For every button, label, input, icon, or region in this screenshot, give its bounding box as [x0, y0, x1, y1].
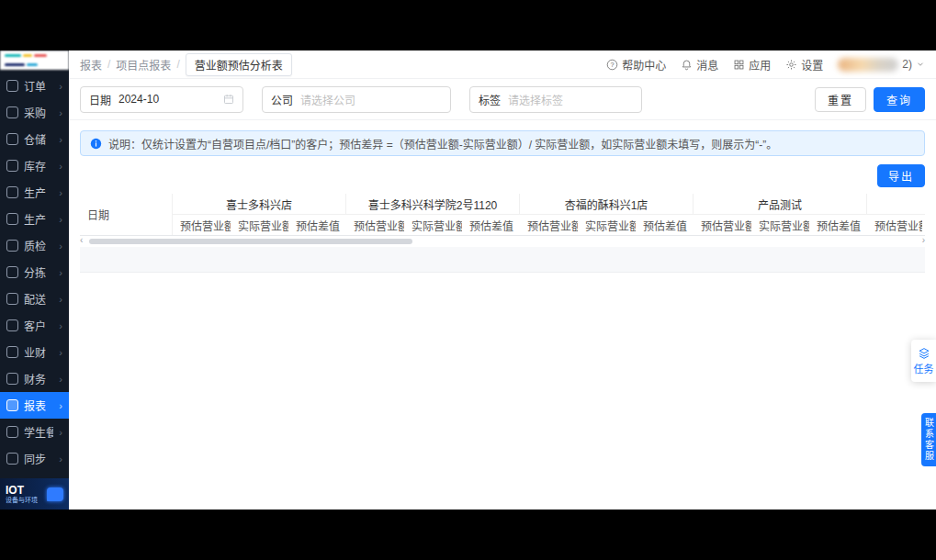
group-header-partial: [867, 194, 922, 214]
scroll-left-icon[interactable]: ‹: [80, 235, 83, 245]
sidebar-item-财务[interactable]: 财务›: [0, 365, 69, 392]
scroll-right-icon[interactable]: ›: [922, 235, 925, 245]
student-meal-icon: [6, 426, 18, 438]
sidebar-item-生产[interactable]: 生产›: [0, 206, 69, 232]
business-finance-icon: [6, 346, 18, 358]
sub-header: 预估差值: [636, 215, 694, 235]
action-应用[interactable]: 应用: [733, 57, 771, 73]
sidebar-item-订单[interactable]: 订单›: [0, 73, 69, 99]
task-fab-label: 任务: [914, 361, 934, 375]
action-label: 帮助中心: [622, 57, 666, 73]
contact-fab-label: 联系客服: [922, 418, 936, 462]
customer-icon: [6, 319, 18, 331]
sub-header: 预估营业额: [173, 215, 231, 235]
sidebar-item-报表[interactable]: 报表›: [0, 392, 69, 419]
finance-icon: [6, 373, 18, 385]
sub-header: 实际营业额: [751, 215, 809, 235]
sidebar-item-label: 报表: [24, 398, 46, 413]
contact-service-fab[interactable]: 联系客服: [921, 413, 936, 466]
apps-icon: [733, 59, 745, 71]
company-select[interactable]: 公司 请选择公司: [262, 86, 451, 113]
tag-select[interactable]: 标签 请选择标签: [469, 86, 642, 113]
export-button[interactable]: 导出: [877, 164, 925, 187]
sidebar-item-客户[interactable]: 客户›: [0, 312, 69, 339]
sidebar-item-生产[interactable]: 生产›: [0, 179, 69, 206]
logo-bar: [5, 63, 25, 66]
date-label: 日期: [89, 92, 111, 107]
settings-icon: [785, 59, 797, 71]
main-panel: 报表/项目点报表/ 营业额预估分析表 ?帮助中心消息应用设置2) 日期 2024…: [69, 50, 936, 510]
table-header: 日期 喜士多科兴店喜士多科兴科学院2号1120杏福的酥科兴1店产品测试 预估营业…: [80, 194, 925, 236]
sidebar-item-质检[interactable]: 质检›: [0, 232, 69, 259]
action-label: 应用: [749, 57, 771, 73]
reset-button[interactable]: 重置: [815, 87, 866, 112]
sidebar-item-label: 业财: [24, 344, 46, 360]
breadcrumb-separator: /: [107, 58, 110, 71]
group-header-row: 喜士多科兴店喜士多科兴科学院2号1120杏福的酥科兴1店产品测试: [173, 194, 925, 215]
chevron-right-icon: ›: [59, 400, 62, 411]
action-消息[interactable]: 消息: [681, 57, 718, 73]
sidebar-item-学生餐[interactable]: 学生餐›: [0, 419, 69, 445]
sub-header: 预估差值: [288, 215, 346, 235]
horizontal-scrollbar[interactable]: ‹ ›: [80, 237, 925, 246]
sidebar-item-仓储[interactable]: 仓储›: [0, 126, 69, 152]
task-fab[interactable]: 任务: [911, 340, 936, 382]
sidebar-item-采购[interactable]: 采购›: [0, 99, 69, 126]
sub-header-row: 预估营业额实际营业额预估差值预估营业额实际营业额预估差值预估营业额实际营业额预估…: [173, 215, 925, 235]
sidebar-item-label: 仓储: [24, 131, 46, 147]
query-button[interactable]: 查询: [874, 87, 925, 112]
group-header: 喜士多科兴店: [173, 194, 346, 214]
tag-label: 标签: [479, 92, 501, 107]
sidebar-item-业财[interactable]: 业财›: [0, 339, 69, 365]
sub-header: 实际营业额: [404, 215, 462, 235]
breadcrumb: 报表/项目点报表/: [80, 57, 186, 73]
breadcrumb-item[interactable]: 报表: [80, 57, 102, 73]
iot-banner[interactable]: IOT 设备与环境: [0, 478, 69, 510]
sidebar-item-库存[interactable]: 库存›: [0, 152, 69, 179]
sidebar-menu: 订单›采购›仓储›库存›生产›生产›质检›分拣›配送›客户›业财›财务›报表›学…: [0, 70, 69, 478]
sync-icon: [6, 453, 18, 465]
sidebar-item-分拣[interactable]: 分拣›: [0, 259, 69, 286]
iot-text: IOT 设备与环境: [6, 485, 38, 504]
user-menu[interactable]: 2): [838, 58, 925, 72]
sub-header: 预估差值: [462, 215, 520, 235]
sidebar-item-label: 生产: [24, 211, 46, 227]
report-icon: [6, 399, 18, 411]
table-header-right: 喜士多科兴店喜士多科兴科学院2号1120杏福的酥科兴1店产品测试 预估营业额实际…: [172, 194, 925, 235]
user-name-suffix: 2): [902, 58, 912, 71]
sidebar-item-label: 财务: [24, 371, 46, 386]
action-帮助中心[interactable]: ?帮助中心: [606, 57, 666, 73]
iot-device-icon: [47, 487, 63, 501]
chevron-right-icon: ›: [59, 107, 62, 118]
warehouse-icon: [6, 133, 18, 145]
chevron-right-icon: ›: [59, 214, 62, 225]
svg-text:?: ?: [611, 60, 615, 68]
chevron-right-icon: ›: [59, 294, 62, 305]
company-logo: [0, 50, 69, 70]
scrollbar-thumb[interactable]: [89, 239, 412, 244]
production-icon: [6, 186, 18, 198]
sidebar-item-label: 生产: [24, 185, 46, 200]
chevron-right-icon: ›: [59, 374, 62, 385]
sub-header: 预估营业额: [346, 215, 404, 235]
sidebar-item-label: 订单: [24, 78, 46, 94]
chevron-right-icon: ›: [59, 241, 62, 252]
sidebar-item-同步[interactable]: 同步›: [0, 445, 69, 472]
company-placeholder: 请选择公司: [300, 92, 355, 107]
sidebar-item-label: 配送: [24, 291, 46, 307]
sidebar-item-配送[interactable]: 配送›: [0, 286, 69, 312]
sidebar-item-label: 客户: [24, 318, 46, 333]
page-tab[interactable]: 营业额预估分析表: [186, 53, 292, 76]
logo-bar: [5, 54, 21, 57]
analysis-table: 日期 喜士多科兴店喜士多科兴科学院2号1120杏福的酥科兴1店产品测试 预估营业…: [80, 194, 925, 273]
action-label: 消息: [696, 57, 718, 73]
chevron-down-icon: [916, 60, 925, 69]
date-picker[interactable]: 日期 2024-10: [80, 86, 243, 113]
iot-subtitle: 设备与环境: [6, 497, 38, 504]
logo-bar: [27, 63, 38, 66]
sidebar-item-label: 分拣: [24, 264, 46, 280]
breadcrumb-item[interactable]: 项目点报表: [116, 57, 171, 73]
sidebar-item-label: 采购: [24, 105, 46, 120]
action-设置[interactable]: 设置: [785, 57, 823, 73]
sub-header: 实际营业额: [231, 215, 288, 235]
